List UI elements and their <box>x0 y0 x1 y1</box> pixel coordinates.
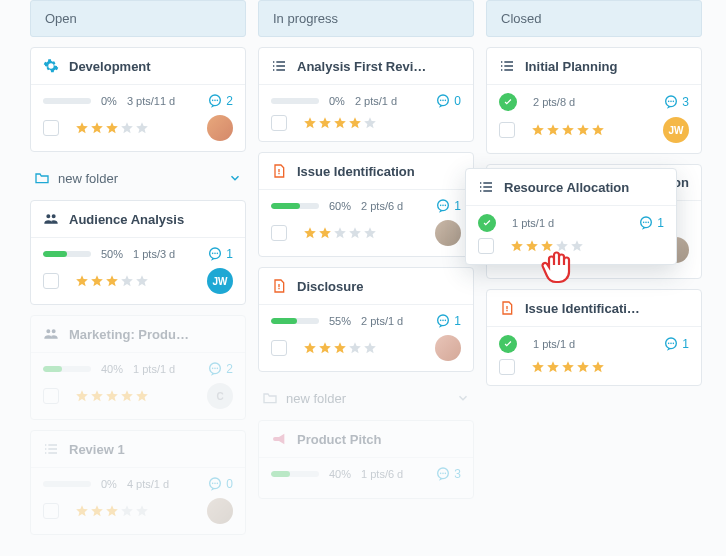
column-header[interactable]: Closed <box>486 0 702 37</box>
check-icon <box>503 97 513 107</box>
card-pitch[interactable]: Product Pitch 40% 1 pts/6 d 3 <box>258 420 474 499</box>
comments-badge[interactable]: 1 <box>207 246 233 262</box>
rating-stars[interactable] <box>75 504 149 518</box>
star-icon <box>318 226 332 240</box>
card-title: Analysis First Revi… <box>297 59 461 74</box>
card-development[interactable]: Development 0% 3 pts/11 d 2 <box>30 47 246 152</box>
star-icon <box>135 504 149 518</box>
card-title: Review 1 <box>69 442 233 457</box>
folder-icon <box>262 390 278 406</box>
star-icon <box>591 123 605 137</box>
card-issue2[interactable]: Issue Identificati… 1 pts/1 d 1 <box>486 289 702 386</box>
card-checkbox[interactable] <box>271 340 287 356</box>
avatar[interactable] <box>435 335 461 361</box>
star-icon <box>120 504 134 518</box>
done-badge <box>478 214 496 232</box>
comments-badge[interactable]: 1 <box>663 336 689 352</box>
card-title: Issue Identificati… <box>525 301 689 316</box>
card-issue[interactable]: Issue Identification 60% 2 pts/6 d 1 <box>258 152 474 257</box>
comments-badge[interactable]: 0 <box>207 476 233 492</box>
card-checkbox[interactable] <box>43 388 59 404</box>
card-checkbox[interactable] <box>43 503 59 519</box>
star-icon <box>570 239 584 253</box>
points-days: 3 pts/11 d <box>127 95 175 107</box>
card-checkbox[interactable] <box>43 120 59 136</box>
comments-badge[interactable]: 1 <box>638 215 664 231</box>
card-title: Issue Identification <box>297 164 461 179</box>
list-icon <box>43 441 59 457</box>
card-dragging[interactable]: Resource Allocation 1 pts/1 d 1 <box>465 168 677 265</box>
card-checkbox[interactable] <box>271 225 287 241</box>
check-icon <box>482 218 492 228</box>
rating-stars[interactable] <box>510 239 584 253</box>
card-marketing[interactable]: Marketing: Produ… 40% 1 pts/1 d 2 C <box>30 315 246 420</box>
star-icon <box>348 341 362 355</box>
avatar[interactable]: JW <box>663 117 689 143</box>
card-disclosure[interactable]: Disclosure 55% 2 pts/1 d 1 <box>258 267 474 372</box>
rating-stars[interactable] <box>75 121 149 135</box>
avatar[interactable] <box>207 115 233 141</box>
comments-badge[interactable]: 3 <box>435 466 461 482</box>
rating-stars[interactable] <box>75 389 149 403</box>
points-days: 1 pts/1 d <box>533 338 575 350</box>
folder-icon <box>34 170 50 186</box>
card-checkbox[interactable] <box>478 238 494 254</box>
card-audience[interactable]: Audience Analysis 50% 1 pts/3 d 1 JW <box>30 200 246 305</box>
progress-pct: 40% <box>101 363 123 375</box>
star-icon <box>546 360 560 374</box>
star-icon <box>591 360 605 374</box>
folder-toggle[interactable]: new folder <box>30 162 246 194</box>
points-days: 1 pts/1 d <box>133 363 175 375</box>
card-review[interactable]: Review 1 0% 4 pts/1 d 0 <box>30 430 246 535</box>
progress-pct: 0% <box>101 95 117 107</box>
column-header[interactable]: Open <box>30 0 246 37</box>
column-inprogress: In progress Analysis First Revi… 0% 2 pt… <box>258 0 474 545</box>
card-checkbox[interactable] <box>271 115 287 131</box>
star-icon <box>546 123 560 137</box>
comment-icon <box>207 93 223 109</box>
rating-stars[interactable] <box>303 226 377 240</box>
star-icon <box>135 121 149 135</box>
folder-toggle[interactable]: new folder <box>258 382 474 414</box>
card-initial[interactable]: Initial Planning 2 pts/8 d 3 JW <box>486 47 702 154</box>
card-checkbox[interactable] <box>499 359 515 375</box>
star-icon <box>303 341 317 355</box>
avatar[interactable]: JW <box>207 268 233 294</box>
document-alert-icon <box>271 278 287 294</box>
gear-icon <box>43 58 59 74</box>
comments-badge[interactable]: 1 <box>435 198 461 214</box>
comments-badge[interactable]: 3 <box>663 94 689 110</box>
people-icon <box>43 211 59 227</box>
card-checkbox[interactable] <box>499 122 515 138</box>
avatar[interactable] <box>435 220 461 246</box>
progress-bar <box>43 98 91 104</box>
avatar[interactable] <box>207 498 233 524</box>
star-icon <box>90 389 104 403</box>
points-days: 2 pts/1 d <box>355 95 397 107</box>
star-icon <box>90 121 104 135</box>
comments-badge[interactable]: 2 <box>207 361 233 377</box>
rating-stars[interactable] <box>303 341 377 355</box>
avatar[interactable]: C <box>207 383 233 409</box>
star-icon <box>555 239 569 253</box>
comments-badge[interactable]: 0 <box>435 93 461 109</box>
rating-stars[interactable] <box>75 274 149 288</box>
progress-pct: 40% <box>329 468 351 480</box>
rating-stars[interactable] <box>303 116 377 130</box>
card-checkbox[interactable] <box>43 273 59 289</box>
folder-label: new folder <box>58 171 118 186</box>
points-days: 2 pts/1 d <box>361 315 403 327</box>
comments-badge[interactable]: 1 <box>435 313 461 329</box>
comment-icon <box>435 198 451 214</box>
star-icon <box>120 274 134 288</box>
card-title: Product Pitch <box>297 432 461 447</box>
rating-stars[interactable] <box>531 360 605 374</box>
comments-badge[interactable]: 2 <box>207 93 233 109</box>
column-header[interactable]: In progress <box>258 0 474 37</box>
card-title: Audience Analysis <box>69 212 233 227</box>
comment-icon <box>638 215 654 231</box>
card-analysis[interactable]: Analysis First Revi… 0% 2 pts/1 d 0 <box>258 47 474 142</box>
rating-stars[interactable] <box>531 123 605 137</box>
star-icon <box>120 121 134 135</box>
star-icon <box>561 360 575 374</box>
